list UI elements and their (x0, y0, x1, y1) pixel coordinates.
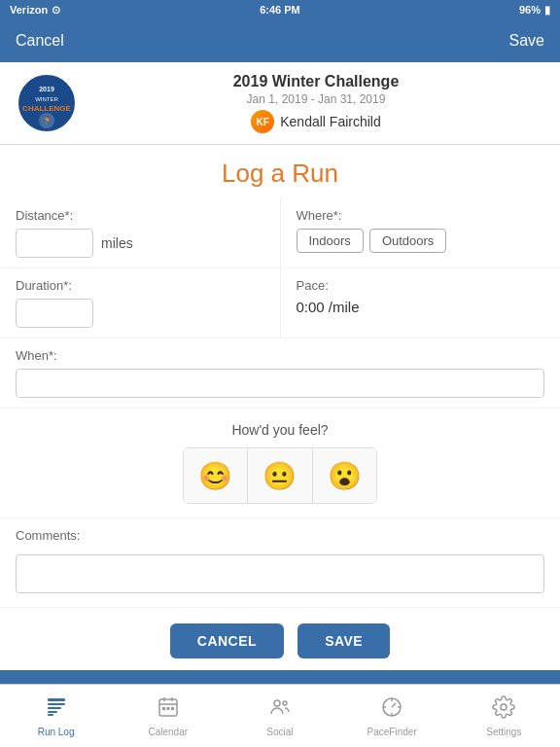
challenge-header: 2019 WINTER CHALLENGE 🏃 2019 Winter Chal… (0, 62, 560, 145)
tab-settings-label: Settings (486, 727, 521, 737)
svg-text:🏃: 🏃 (42, 115, 53, 126)
challenge-user: KF Kendall Fairchild (88, 110, 544, 133)
save-button[interactable]: SAVE (298, 623, 390, 658)
comments-label: Comments: (16, 528, 544, 543)
duration-col: Duration*: (0, 268, 280, 338)
tab-bar: Run Log Calendar Social (0, 684, 560, 747)
svg-text:CHALLENGE: CHALLENGE (22, 104, 71, 113)
avatar: KF (251, 110, 274, 133)
svg-line-25 (392, 703, 396, 707)
carrier-text: Verizon (10, 4, 48, 16)
where-buttons: Indoors Outdoors (297, 229, 545, 253)
tab-run-log-label: Run Log (38, 727, 75, 737)
form-content: Distance*: miles Where*: Indoors Outdoor… (0, 198, 560, 670)
run-log-icon (45, 695, 68, 725)
miles-label: miles (101, 235, 133, 251)
pacefinder-icon (380, 695, 403, 725)
user-name: Kendall Fairchild (280, 114, 381, 129)
feel-happy-button[interactable]: 😊 (184, 448, 248, 503)
svg-text:WINTER: WINTER (35, 96, 58, 102)
feel-buttons: 😊 😐 😮 (183, 447, 377, 504)
when-label: When*: (16, 348, 544, 363)
svg-rect-8 (48, 707, 61, 709)
tab-calendar[interactable]: Calendar (129, 695, 207, 737)
svg-rect-17 (171, 707, 174, 710)
svg-rect-15 (162, 707, 165, 710)
battery-icon: ▮ (544, 4, 550, 17)
svg-rect-16 (166, 707, 169, 710)
distance-row: miles (16, 229, 264, 258)
svg-point-26 (501, 704, 507, 710)
duration-input[interactable] (16, 299, 93, 328)
distance-label: Distance*: (16, 208, 264, 223)
svg-point-18 (274, 700, 280, 706)
tab-social-label: Social (266, 727, 293, 737)
calendar-icon (157, 695, 180, 725)
cancel-nav-button[interactable]: Cancel (16, 32, 64, 50)
outdoors-button[interactable]: Outdoors (369, 229, 446, 253)
svg-text:2019: 2019 (39, 86, 54, 92)
distance-col: Distance*: miles (0, 198, 280, 267)
duration-label: Duration*: (16, 278, 264, 293)
indoors-button[interactable]: Indoors (297, 229, 364, 253)
distance-input[interactable] (16, 229, 93, 258)
status-bar-left: Verizon ⊙ (10, 4, 60, 17)
tab-pacefinder-label: PaceFinder (368, 727, 417, 737)
svg-point-19 (283, 701, 287, 705)
when-input[interactable] (16, 369, 544, 398)
wifi-icon: ⊙ (52, 4, 60, 17)
battery-text: 96% (519, 4, 541, 16)
comments-section: Comments: (0, 518, 560, 607)
tab-settings[interactable]: Settings (465, 695, 542, 737)
challenge-info: 2019 Winter Challenge Jan 1, 2019 - Jan … (88, 73, 544, 133)
status-bar-right: 96% ▮ (519, 4, 550, 17)
svg-rect-10 (48, 714, 53, 716)
challenge-dates: Jan 1, 2019 - Jan 31, 2019 (88, 92, 544, 106)
feel-neutral-button[interactable]: 😐 (248, 448, 312, 503)
svg-rect-6 (48, 698, 65, 701)
pace-col: Pace: 0:00 /mile (280, 268, 561, 338)
pace-label: Pace: (297, 278, 545, 293)
feel-section: How'd you feel? 😊 😐 😮 (0, 409, 560, 517)
distance-where-row: Distance*: miles Where*: Indoors Outdoor… (0, 198, 560, 267)
action-buttons: CANCEL SAVE (0, 608, 560, 670)
where-col: Where*: Indoors Outdoors (280, 198, 561, 267)
status-bar: Verizon ⊙ 6:46 PM 96% ▮ (0, 0, 560, 19)
social-icon (268, 695, 292, 725)
svg-rect-9 (48, 711, 57, 713)
cancel-button[interactable]: CANCEL (170, 623, 284, 658)
status-bar-time: 6:46 PM (260, 4, 300, 16)
challenge-title: 2019 Winter Challenge (88, 73, 544, 90)
settings-icon (492, 695, 515, 725)
tab-run-log[interactable]: Run Log (18, 695, 95, 737)
tab-calendar-label: Calendar (148, 727, 188, 737)
duration-pace-row: Duration*: Pace: 0:00 /mile (0, 268, 560, 338)
when-section: When*: (0, 338, 560, 408)
where-label: Where*: (297, 208, 545, 223)
tab-pacefinder[interactable]: PaceFinder (353, 695, 431, 737)
save-nav-button[interactable]: Save (509, 32, 544, 50)
feel-label: How'd you feel? (16, 422, 544, 438)
comments-input[interactable] (16, 554, 544, 593)
form-title: Log a Run (0, 145, 560, 198)
feel-worried-button[interactable]: 😮 (313, 448, 376, 503)
challenge-logo: 2019 WINTER CHALLENGE 🏃 (16, 72, 78, 134)
svg-rect-7 (48, 703, 65, 705)
tab-social[interactable]: Social (241, 695, 319, 737)
pace-value: 0:00 /mile (297, 299, 545, 315)
nav-bar: Cancel Save (0, 19, 560, 62)
